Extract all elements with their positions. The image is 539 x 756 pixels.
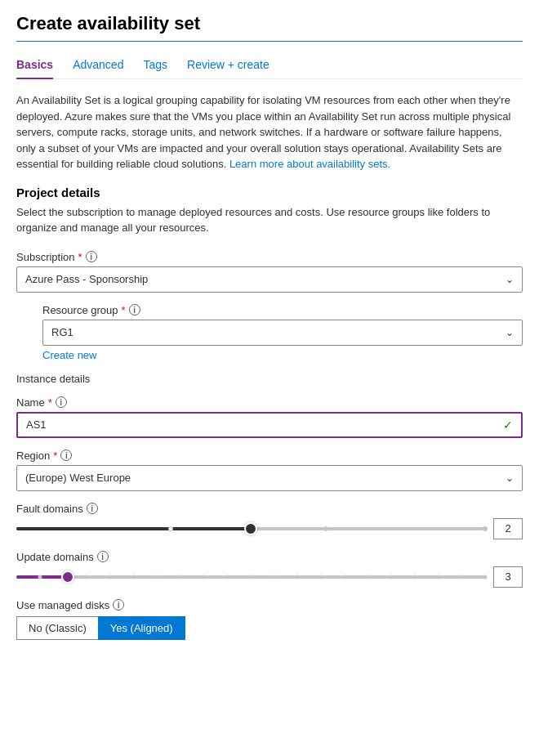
update-domains-value: 3 (493, 566, 523, 588)
description-text: An Availability Set is a logical groupin… (16, 92, 523, 172)
update-domains-slider-container: 3 (16, 566, 523, 588)
fault-domains-value: 2 (493, 518, 523, 539)
tab-advanced[interactable]: Advanced (73, 51, 123, 79)
region-info-icon[interactable]: i (60, 450, 72, 461)
subscription-required: * (78, 251, 82, 263)
project-details-desc: Select the subscription to manage deploy… (16, 204, 523, 236)
resource-group-chevron-icon: ⌄ (506, 327, 514, 338)
managed-disks-no-button[interactable]: No (Classic) (16, 616, 98, 640)
fault-domains-slider-container: 2 (16, 518, 523, 539)
tab-tags[interactable]: Tags (143, 51, 167, 79)
create-new-resource-group-link[interactable]: Create new (42, 349, 96, 361)
resource-group-info-icon[interactable]: i (129, 304, 140, 315)
name-valid-icon: ✓ (503, 418, 513, 432)
resource-group-label: Resource group * i (42, 304, 523, 316)
update-domains-slider[interactable] (16, 575, 485, 579)
resource-group-field-group: Resource group * i RG1 ⌄ Create new (42, 304, 523, 361)
managed-disks-toggle-group: No (Classic) Yes (Aligned) (16, 616, 523, 640)
update-domains-label: Update domains i (16, 551, 523, 563)
subscription-select[interactable]: Azure Pass - Sponsorship ⌄ (16, 266, 523, 293)
update-domains-thumb[interactable] (61, 570, 74, 584)
fault-domains-label: Fault domains i (16, 503, 523, 515)
update-domains-field-group: Update domains i (16, 551, 523, 588)
subscription-label: Subscription * i (16, 251, 523, 263)
tab-review-create[interactable]: Review + create (187, 51, 270, 79)
project-details-section: Project details Select the subscription … (16, 186, 523, 236)
region-required: * (53, 450, 57, 462)
fault-domains-slider[interactable] (16, 527, 485, 530)
project-details-title: Project details (16, 186, 523, 199)
region-chevron-icon: ⌄ (506, 472, 514, 484)
name-field-group: Name * i AS1 ✓ (16, 396, 523, 438)
tab-bar: Basics Advanced Tags Review + create (16, 51, 523, 79)
resource-group-select[interactable]: RG1 ⌄ (42, 320, 523, 346)
page-title: Create availability set (16, 13, 523, 42)
region-label: Region * i (16, 450, 523, 462)
resource-group-required: * (122, 304, 126, 316)
name-label: Name * i (16, 396, 523, 409)
managed-disks-label: Use managed disks i (16, 599, 523, 611)
managed-disks-yes-button[interactable]: Yes (Aligned) (98, 616, 185, 640)
resource-group-container: Resource group * i RG1 ⌄ Create new (42, 304, 523, 361)
region-field-group: Region * i (Europe) West Europe ⌄ (16, 450, 523, 491)
fault-domains-thumb[interactable] (244, 522, 257, 535)
subscription-info-icon[interactable]: i (86, 251, 97, 262)
learn-more-link[interactable]: Learn more about availability sets. (229, 158, 390, 170)
name-info-icon[interactable]: i (56, 396, 67, 408)
instance-details-label: Instance details (16, 373, 523, 385)
managed-disks-info-icon[interactable]: i (113, 599, 124, 611)
fault-domains-info-icon[interactable]: i (87, 503, 98, 514)
region-select[interactable]: (Europe) West Europe ⌄ (16, 465, 523, 491)
name-input[interactable]: AS1 ✓ (16, 412, 523, 438)
update-domains-info-icon[interactable]: i (97, 551, 109, 562)
subscription-field-group: Subscription * i Azure Pass - Sponsorshi… (16, 251, 523, 293)
fault-domains-field-group: Fault domains i 2 (16, 503, 523, 539)
subscription-chevron-icon: ⌄ (506, 274, 514, 285)
tab-basics[interactable]: Basics (16, 51, 53, 79)
name-required: * (48, 396, 52, 409)
managed-disks-field-group: Use managed disks i No (Classic) Yes (Al… (16, 599, 523, 640)
